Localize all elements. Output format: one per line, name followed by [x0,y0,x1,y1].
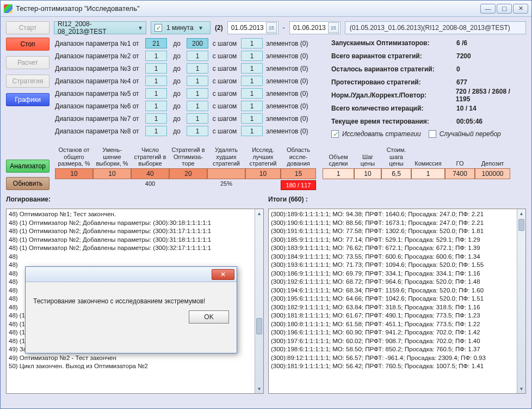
value-cell[interactable]: 10 [245,168,281,179]
scroll-up-icon[interactable]: ▴ [255,209,263,218]
modal-close-button[interactable]: ✕ [212,269,234,280]
param-to-input[interactable]: 1 [187,63,208,74]
explore-check[interactable]: ✓Исследовать стратегии [331,130,421,138]
param-step-input[interactable]: 1 [241,63,263,74]
random-check[interactable]: Случайный перебор [429,130,501,138]
scroll-thumb[interactable] [518,219,524,231]
param-step-input[interactable]: 1 [241,88,263,99]
value-cell[interactable]: 100000 [475,168,510,179]
param-from-input[interactable]: 1 [145,126,167,136]
start-button[interactable]: Старт [6,21,50,34]
param-to-input[interactable]: 1 [187,126,208,136]
scrollbar[interactable]: ▴ ▾ [255,209,263,393]
log-line[interactable]: 49) Оптимизатор №2 - Тест закончен [9,354,261,363]
param-from-input[interactable]: 1 [145,63,167,74]
date-to-input[interactable]: 01.06.2013 15 [289,21,341,34]
param-to-input[interactable]: 1 [187,101,208,111]
param-from-input[interactable]: 1 [145,88,167,99]
modal-ok-button[interactable]: OK [189,310,229,323]
param-step-input[interactable]: 1 [241,76,263,86]
result-line[interactable]: (300):191:6:1:1:1:1:1; МО: 77.58; ПРФТ: … [271,227,523,236]
param-from-input[interactable]: 1 [145,113,167,124]
scroll-down-icon[interactable]: ▾ [517,384,525,393]
log-line[interactable]: 48) [9,253,261,261]
log-line[interactable]: 48) (1) Оптимизатор №2; Добавлены параме… [9,244,261,253]
param-step-input[interactable]: 1 [241,51,263,61]
result-line[interactable]: (300):195:6:1:1:1:1:1; МО: 64.66; ПРФТ: … [271,295,523,303]
log-line[interactable]: 50) Цикл закончен. Выход из Оптимизатора… [9,362,261,371]
scrollbar[interactable]: ▴ ▾ [517,209,525,393]
under-cell: 25% [207,179,245,190]
calc-button[interactable]: Расчет [6,56,50,69]
param-from-input[interactable]: 1 [145,101,167,111]
value-cell[interactable]: 20 [169,168,207,179]
log-line[interactable]: 48) Оптимизатор №1; Тест закончен. [9,210,261,219]
date-from-input[interactable]: 01.05.2013 15 [227,21,279,34]
result-line[interactable]: (300):181:9:1:1:1:1:1; МО: 56.42; ПРФТ: … [271,362,523,371]
result-line[interactable]: (300):181:8:1:1:1:1:1; МО: 61.67; ПРФТ: … [271,312,523,320]
result-line[interactable]: (300):184:9:1:1:1:1:1; МО: 73.55; ПРФТ: … [271,253,523,261]
calendar-icon[interactable]: 15 [328,22,339,33]
result-line[interactable]: (300):197:6:1:1:1:1:1; МО: 60.02; ПРФТ: … [271,337,523,346]
result-line[interactable]: (300):189:6:1:1:1:1:1; МО: 94.38; ПРФТ: … [271,210,523,219]
result-line[interactable]: (300):89:12:1:1:1:1:1; МО: 56.57; ПРФТ: … [271,354,523,363]
value-cell[interactable] [207,168,245,179]
value-cell[interactable]: 1 [411,168,445,179]
titlebar[interactable]: Тестер-оптимизатор "Исследователь" — ▢ ✕ [1,1,531,17]
result-line[interactable]: (300):194:6:1:1:1:1:1; МО: 68.34; ПРФТ: … [271,286,523,295]
result-line[interactable]: (300):186:9:1:1:1:1:1; МО: 69.79; ПРФТ: … [271,270,523,278]
result-line[interactable]: (300):198:6:1:1:1:1:1; МО: 58.50; ПРФТ: … [271,345,523,354]
log-right[interactable]: (300):189:6:1:1:1:1:1; МО: 94.38; ПРФТ: … [268,209,526,394]
dataset-combo[interactable]: RI12_2008-08_2013@TEST ▾ [54,21,146,34]
value-cell[interactable]: 7400 [445,168,475,179]
refresh-button[interactable]: Обновить [6,177,50,190]
param-to-input[interactable]: 1 [187,76,208,86]
param-from-input[interactable]: 1 [145,51,167,61]
param-step-input[interactable]: 1 [241,38,263,48]
param-to-input[interactable]: 1 [187,88,208,99]
result-line[interactable]: (300):193:6:1:1:1:1:1; МО: 71.73; ПРФТ: … [271,261,523,270]
stat-label: Запускаемых Оптимизаторов: [331,39,456,47]
result-line[interactable]: (300):190:6:1:1:1:1:1; МО: 88.56; ПРФТ: … [271,219,523,228]
param-from-input[interactable]: 21 [145,38,167,48]
analyzer-button[interactable]: Анализатор [6,160,50,173]
result-line[interactable]: (300):192:6:1:1:1:1:1; МО: 68.72; ПРФТ: … [271,278,523,286]
charts-button[interactable]: Графики [6,93,50,106]
strategy-button[interactable]: Стратегия [6,75,50,88]
result-line[interactable]: (300):182:9:1:1:1:1:1; МО: 63.84; ПРФТ: … [271,303,523,312]
stop-button[interactable]: Стоп [6,38,50,51]
param-row: Диапазон параметра №4 от1до1с шагом1элем… [55,75,316,87]
value-cell[interactable]: 1 [323,168,354,179]
result-line[interactable]: (300):183:9:1:1:1:1:1; МО: 76.62; ПРФТ: … [271,244,523,253]
param-step-input[interactable]: 1 [241,101,263,111]
result-line[interactable]: (300):196:6:1:1:1:1:1; МО: 60.90; ПРФТ: … [271,328,523,337]
result-line[interactable]: (300):180:8:1:1:1:1:1; МО: 61.58; ПРФТ: … [271,320,523,329]
value-cell[interactable]: 40 [131,168,169,179]
value-cell[interactable]: 10 [55,168,93,179]
param-elements: элементов (0) [266,127,316,135]
param-to-input[interactable]: 200 [187,38,208,48]
log-line[interactable]: 48) (1) Оптимизатор №2; Добавлены параме… [9,227,261,236]
param-step-input[interactable]: 1 [241,113,263,124]
log-line[interactable]: 48) (1) Оптимизатор №2; Добавлены параме… [9,236,261,245]
value-cell[interactable]: 6,5 [381,168,411,179]
scroll-thumb[interactable] [256,318,262,334]
scroll-down-icon[interactable]: ▾ [255,384,263,393]
param-to-input[interactable]: 1 [187,113,208,124]
param-row: Диапазон параметра №8 от1до1с шагом1элем… [55,125,316,137]
value-cell[interactable]: 15 [281,168,316,179]
value-cell[interactable]: 10 [354,168,381,179]
value-cell[interactable]: 10 [93,168,131,179]
param-step-input[interactable]: 1 [241,126,263,136]
param-to-input[interactable]: 1 [187,51,208,61]
modal-titlebar[interactable]: ✕ [26,267,237,282]
maximize-button[interactable]: ▢ [497,4,512,14]
log-line[interactable]: 48) (1) Оптимизатор №2; Добавлены параме… [9,219,261,228]
minimize-button[interactable]: — [480,4,496,14]
scroll-up-icon[interactable]: ▴ [517,209,525,218]
calendar-icon[interactable]: 15 [266,22,277,33]
result-line[interactable]: (300):185:9:1:1:1:1:1; МО: 77.14; ПРФТ: … [271,236,523,245]
param-from-input[interactable]: 1 [145,76,167,86]
close-button[interactable]: ✕ [513,4,528,14]
timeframe-combo[interactable]: ✓ 1 минута ▾ [151,21,211,34]
